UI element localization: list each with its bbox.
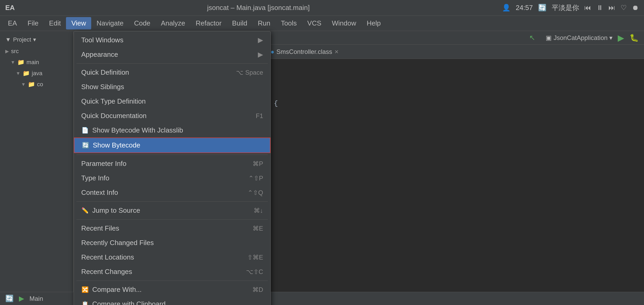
skip-back-icon[interactable]: ⏮ (584, 4, 591, 12)
jump-to-source-label: Jump to Source (92, 206, 140, 215)
bottom-run-icon: ▶ (19, 294, 24, 303)
menu-item-appearance[interactable]: Appearance ▶ (74, 47, 270, 62)
tab-sms-controller[interactable]: ● SmsController.class ✕ (266, 46, 344, 58)
separator-4 (76, 219, 268, 220)
compare-with-icon: 🔀 (81, 286, 89, 293)
appearance-label: Appearance (81, 50, 118, 59)
recent-locations-label: Recent Locations (81, 253, 134, 261)
menu-window[interactable]: Window (327, 17, 361, 29)
menu-run[interactable]: Run (253, 17, 276, 29)
sidebar-item-co[interactable]: ▼ 📁 co (0, 79, 73, 90)
menu-item-quick-type-definition[interactable]: Quick Type Definition (74, 94, 270, 109)
record-icon[interactable]: ⏺ (632, 4, 639, 12)
expand-icon-co: ▼ (21, 82, 26, 87)
tab-label-sms-controller: SmsController.class (277, 48, 332, 55)
sidebar-item-java[interactable]: ▼ 📁 java (0, 68, 73, 79)
menu-item-show-siblings[interactable]: Show Siblings (74, 80, 270, 94)
run-config-selector[interactable]: ▣ JsonCatApplication ▾ (546, 34, 612, 42)
clock-display: 24:57 (516, 4, 533, 12)
menu-item-quick-definition[interactable]: Quick Definition ⌥ Space (74, 65, 270, 80)
tab-icon-sms-controller: ● (270, 48, 274, 55)
menu-item-show-bytecode[interactable]: 🔄 Show Bytecode (74, 138, 270, 153)
bottom-refresh-icon: 🔄 (5, 294, 14, 303)
run-config-label: JsonCatApplication (554, 34, 607, 41)
menu-refactor[interactable]: Refactor (191, 17, 227, 29)
menu-item-jump-to-source[interactable]: ✏️ Jump to Source ⌘↓ (74, 203, 270, 218)
tab-close-sms-controller[interactable]: ✕ (334, 49, 339, 55)
sidebar-item-src[interactable]: ▶ src (0, 46, 73, 57)
tool-windows-label: Tool Windows (81, 36, 123, 44)
show-bytecode-label: Show Bytecode (93, 141, 140, 149)
type-info-shortcut: ⌃⇧P (248, 175, 263, 182)
main-layout: ▼ Project ▾ ▶ src ▼ 📁 main ▼ 📁 java ▼ 📁 … (0, 31, 644, 292)
show-bytecode-jclasslib-label: Show Bytecode With Jclasslib (92, 126, 183, 134)
menu-navigate[interactable]: Navigate (91, 17, 129, 29)
menu-file[interactable]: File (22, 17, 44, 29)
recent-locations-shortcut: ⇧⌘E (247, 254, 263, 261)
menu-item-show-bytecode-jclasslib[interactable]: 📄 Show Bytecode With Jclasslib (74, 123, 270, 138)
sidebar: ▼ Project ▾ ▶ src ▼ 📁 main ▼ 📁 java ▼ 📁 … (0, 31, 74, 292)
menu-vcs[interactable]: VCS (302, 17, 326, 29)
titlebar-left: EA (5, 4, 15, 12)
titlebar-right: 👤 24:57 🔄 平淡是你 ⏮ ⏸ ⏭ ♡ ⏺ (502, 3, 639, 12)
navigate-back-icon[interactable]: ↖ (529, 33, 535, 42)
sidebar-header: ▼ Project ▾ (0, 34, 73, 46)
recent-files-shortcut: ⌘E (253, 225, 263, 232)
project-dropdown-icon[interactable]: ▾ (33, 36, 36, 43)
menu-code[interactable]: Code (129, 17, 156, 29)
run-button[interactable]: ▶ (618, 33, 624, 43)
debug-button[interactable]: 🐛 (630, 33, 639, 42)
menu-build[interactable]: Build (227, 17, 253, 29)
menu-item-recent-changes[interactable]: Recent Changes ⌥⇧C (74, 265, 270, 279)
menu-help[interactable]: Help (361, 17, 386, 29)
menu-tools[interactable]: Tools (275, 17, 302, 29)
menu-item-context-info[interactable]: Context Info ⌃⇧Q (74, 185, 270, 200)
menu-item-recent-files[interactable]: Recent Files ⌘E (74, 221, 270, 236)
skip-forward-icon[interactable]: ⏭ (609, 4, 615, 12)
menu-item-recently-changed-files[interactable]: Recently Changed Files (74, 236, 270, 250)
bottom-label: Main (29, 295, 43, 302)
menu-item-quick-documentation[interactable]: Quick Documentation F1 (74, 109, 270, 123)
view-menu-dropdown: Tool Windows ▶ Appearance ▶ Quick Defini… (74, 31, 271, 305)
java-label: java (32, 70, 42, 77)
quick-definition-label: Quick Definition (81, 68, 129, 77)
bytecode-jclasslib-icon: 📄 (81, 127, 89, 134)
main-label: main (27, 59, 39, 66)
folder-icon: 📁 (17, 59, 24, 66)
expand-icon-main: ▼ (11, 60, 15, 65)
menu-view[interactable]: View (66, 17, 91, 29)
folder-icon-java: 📁 (23, 70, 30, 77)
expand-icon-java: ▼ (16, 71, 21, 76)
menu-item-recent-locations[interactable]: Recent Locations ⇧⌘E (74, 250, 270, 265)
menu-edit[interactable]: Edit (44, 17, 66, 29)
show-siblings-label: Show Siblings (81, 83, 124, 91)
jump-to-source-shortcut: ⌘↓ (254, 207, 263, 214)
toolbar-icons: ↖ ▣ JsonCatApplication ▾ ▶ 🐛 (529, 33, 639, 43)
menu-item-compare-clipboard[interactable]: 📋 Compare with Clipboard (74, 297, 270, 305)
menu-item-tool-windows[interactable]: Tool Windows ▶ (74, 33, 270, 47)
quick-type-definition-label: Quick Type Definition (81, 97, 146, 105)
heart-icon[interactable]: ♡ (621, 4, 627, 12)
titlebar: EA jsoncat – Main.java [jsoncat.main] 👤 … (0, 0, 644, 16)
type-info-label: Type Info (81, 174, 109, 182)
context-info-shortcut: ⌃⇧Q (248, 189, 263, 196)
context-info-label: Context Info (81, 189, 118, 197)
parameter-info-label: Parameter Info (81, 160, 126, 168)
quick-documentation-shortcut: F1 (256, 112, 263, 120)
separator-1 (76, 63, 268, 64)
menu-ea[interactable]: EA (3, 17, 22, 29)
pause-icon[interactable]: ⏸ (596, 4, 603, 12)
sidebar-item-main[interactable]: ▼ 📁 main (0, 57, 73, 68)
bytecode-icon: 🔄 (82, 142, 89, 149)
menu-item-compare-with[interactable]: 🔀 Compare With... ⌘D (74, 282, 270, 297)
window-title: jsoncat – Main.java [jsoncat.main] (15, 4, 502, 12)
menu-item-type-info[interactable]: Type Info ⌃⇧P (74, 171, 270, 185)
menubar: EA File Edit View Navigate Code Analyze … (0, 16, 644, 31)
view-menu: Tool Windows ▶ Appearance ▶ Quick Defini… (74, 31, 271, 305)
project-chevron-icon: ▼ (5, 36, 11, 43)
submenu-arrow-appearance: ▶ (258, 50, 263, 59)
menu-analyze[interactable]: Analyze (156, 17, 191, 29)
menu-item-parameter-info[interactable]: Parameter Info ⌘P (74, 156, 270, 171)
co-label: co (37, 81, 43, 88)
jump-to-source-icon: ✏️ (81, 207, 89, 214)
